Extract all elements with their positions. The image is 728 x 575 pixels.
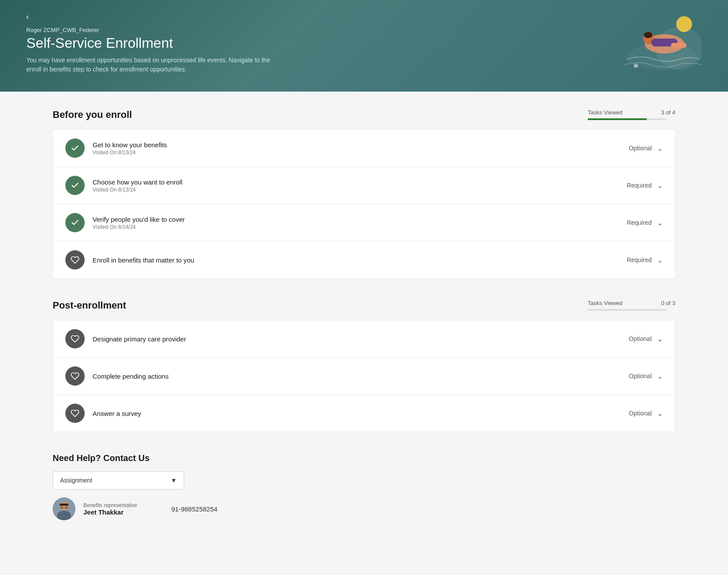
chevron-down-icon[interactable]: ⌄ [657, 144, 663, 153]
task-icon-pending [65, 366, 85, 386]
task-visited: Visited On 8/13/24 [93, 149, 167, 156]
task-item[interactable]: Designate primary care provider Optional… [53, 320, 675, 358]
task-badge: Optional [629, 410, 652, 417]
post-enrollment-header: Post-enrollment Tasks Viewed 0 of 3 [53, 300, 675, 311]
contact-avatar [53, 497, 75, 520]
task-badge: Required [627, 182, 652, 189]
post-enrollment-task-list: Designate primary care provider Optional… [53, 320, 675, 432]
svg-point-2 [676, 16, 692, 32]
task-item[interactable]: Complete pending actions Optional ⌄ [53, 358, 675, 395]
contact-card: Benefits representative Jeet Thakkar 91-… [53, 497, 675, 520]
progress-bar-fill [588, 118, 647, 120]
svg-point-11 [60, 502, 68, 511]
dropdown-arrow-icon: ▼ [171, 477, 177, 484]
svg-rect-8 [671, 43, 686, 48]
contact-name: Jeet Thakkar [83, 508, 137, 516]
svg-rect-15 [65, 507, 68, 509]
chevron-down-icon[interactable]: ⌄ [657, 409, 663, 418]
tasks-viewed-label: Tasks Viewed [588, 109, 622, 116]
before-enroll-title: Before you enroll [53, 109, 132, 121]
progress-bar-background [588, 309, 667, 311]
page-header: ‹ Roger ZCMP_CWB_Federer Self-Service En… [0, 0, 728, 92]
chevron-down-icon[interactable]: ⌄ [657, 335, 663, 343]
back-button[interactable]: ‹ [26, 12, 29, 21]
task-item[interactable]: Get to know your benefits Visited On 8/1… [53, 130, 675, 167]
task-name: Choose how you want to enroll [93, 178, 182, 186]
task-icon-pending [65, 329, 85, 348]
chevron-down-icon[interactable]: ⌄ [657, 181, 663, 190]
task-visited: Visited On 8/13/24 [93, 187, 182, 193]
main-content: Before you enroll Tasks Viewed 3 of 4 [26, 92, 702, 547]
tasks-viewed-count: 0 of 3 [661, 300, 675, 306]
task-icon-pending [65, 250, 85, 270]
before-enroll-tasks-viewed: Tasks Viewed 3 of 4 [588, 109, 675, 120]
task-name: Get to know your benefits [93, 141, 167, 149]
svg-point-6 [644, 32, 653, 38]
task-badge: Optional [629, 145, 652, 152]
task-badge: Optional [629, 335, 652, 342]
help-title: Need Help? Contact Us [53, 453, 675, 463]
header-description: You may have enrollment opportunities ba… [26, 56, 272, 74]
task-badge: Required [627, 256, 652, 263]
tasks-viewed-label: Tasks Viewed [588, 300, 622, 306]
task-badge: Optional [629, 373, 652, 380]
before-enroll-header: Before you enroll Tasks Viewed 3 of 4 [53, 109, 675, 121]
task-icon-completed [65, 138, 85, 158]
progress-bar-background [588, 118, 667, 120]
post-enrollment-title: Post-enrollment [53, 300, 126, 311]
chevron-down-icon[interactable]: ⌄ [657, 256, 663, 264]
task-name: Verify people you'd like to cover [93, 216, 185, 223]
task-name: Answer a survey [93, 410, 141, 417]
task-icon-completed [65, 176, 85, 195]
task-icon-completed [65, 213, 85, 232]
contact-phone: 91-9885258254 [171, 505, 218, 513]
tasks-viewed-count: 3 of 4 [661, 109, 675, 116]
svg-rect-14 [60, 507, 63, 509]
svg-rect-13 [60, 504, 68, 506]
task-item[interactable]: Verify people you'd like to cover Visite… [53, 204, 675, 241]
help-section: Need Help? Contact Us Assignment ▼ [53, 453, 675, 520]
contact-role: Benefits representative [83, 502, 137, 508]
post-enrollment-section: Post-enrollment Tasks Viewed 0 of 3 [53, 300, 675, 432]
before-enroll-section: Before you enroll Tasks Viewed 3 of 4 [53, 109, 675, 279]
task-name: Complete pending actions [93, 373, 168, 380]
post-enrollment-tasks-viewed: Tasks Viewed 0 of 3 [588, 300, 675, 311]
header-illustration [623, 9, 702, 72]
assignment-dropdown-label: Assignment [60, 477, 92, 484]
task-name: Designate primary care provider [93, 335, 186, 343]
chevron-down-icon[interactable]: ⌄ [657, 372, 663, 380]
assignment-dropdown[interactable]: Assignment ▼ [53, 471, 184, 490]
task-visited: Visited On 8/14/24 [93, 224, 185, 230]
header-title: Self-Service Enrollment [26, 35, 702, 51]
header-subtitle: Roger ZCMP_CWB_Federer [26, 27, 702, 33]
chevron-down-icon[interactable]: ⌄ [657, 219, 663, 227]
task-item[interactable]: Answer a survey Optional ⌄ [53, 395, 675, 432]
task-name: Enroll in benefits that matter to you [93, 256, 194, 264]
task-item[interactable]: Enroll in benefits that matter to you Re… [53, 241, 675, 278]
task-badge: Required [627, 219, 652, 226]
task-icon-pending [65, 404, 85, 423]
before-enroll-task-list: Get to know your benefits Visited On 8/1… [53, 129, 675, 279]
task-item[interactable]: Choose how you want to enroll Visited On… [53, 167, 675, 204]
